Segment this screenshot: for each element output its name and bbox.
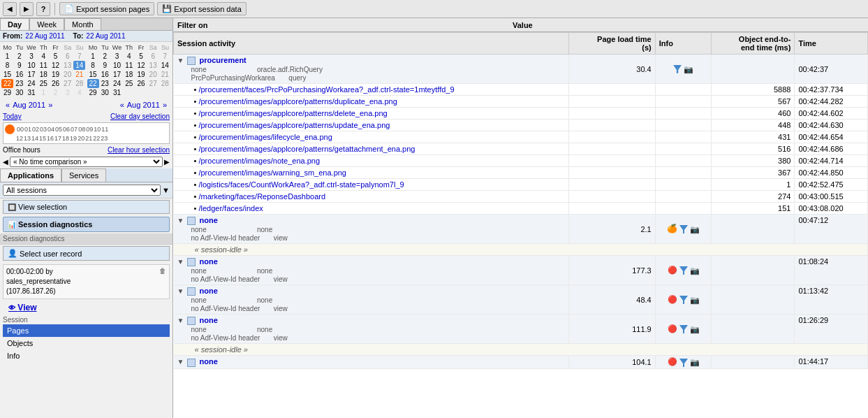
expand-button[interactable]: ▼	[177, 287, 184, 295]
hour-labels-2: 121314151617181920212223	[16, 135, 168, 142]
session-record-text: 00:00-02:00 by sales_representative (107…	[6, 267, 71, 296]
activity-cell: ▼ none none none no Adf-View-Id header v…	[174, 315, 569, 344]
tab-services[interactable]: Services	[61, 168, 106, 182]
sessions-row: All sessions ▼	[0, 182, 172, 199]
nav-back-button[interactable]: ◀	[3, 2, 17, 16]
view-link[interactable]: 👁 View	[4, 301, 41, 315]
camera-icon[interactable]: 📷	[690, 325, 700, 333]
camera-icon[interactable]: 📷	[690, 296, 700, 304]
info-cell: 🔴 📷	[655, 256, 712, 285]
expand-button[interactable]: ▼	[177, 258, 184, 266]
page-load-cell: 48.4	[569, 285, 655, 315]
export-data-label: Export session data	[174, 5, 242, 13]
view-selection-button[interactable]: 🔲 View selection	[3, 200, 170, 214]
cal-right-prev[interactable]: «	[120, 101, 124, 109]
th-session-activity: Session activity	[174, 33, 569, 55]
time-compare-select[interactable]: « No time comparison »	[10, 157, 163, 167]
activity-cell: • /procurement/images/applcore/patterns/…	[174, 108, 569, 120]
hour-labels: 000102030405060708091011	[5, 124, 168, 134]
delete-icon[interactable]: 🗑	[159, 267, 166, 275]
tab-month[interactable]: Month	[64, 18, 101, 30]
page-icon	[187, 57, 196, 65]
session-item-pages[interactable]: Pages	[3, 324, 170, 337]
activity-link[interactable]: none	[200, 287, 218, 295]
cal-right-next[interactable]: »	[163, 101, 167, 109]
table-row: ▼ none 104.1 🔴 📷 01:44:17	[174, 356, 868, 369]
session-user: sales_representative	[6, 278, 71, 285]
clear-hour-selection[interactable]: Clear hour selection	[108, 146, 170, 154]
tab-day[interactable]: Day	[0, 18, 29, 30]
table-row: • /ledger/faces/index 151 00:43:08.020	[174, 203, 868, 215]
activity-cell: • /logistics/faces/CountWorkArea?_adf.ct…	[174, 179, 569, 191]
activity-cell: • /procurement/images/applcore/patterns/…	[174, 143, 569, 155]
page-load-cell: 30.4	[569, 55, 655, 84]
th-page-load: Page load time(s)	[569, 33, 655, 55]
cal-left-prev[interactable]: «	[6, 101, 10, 109]
activity-link[interactable]: none	[200, 316, 218, 324]
expand-button[interactable]: ▼	[177, 358, 184, 366]
expand-button[interactable]: ▼	[177, 57, 184, 64]
camera-icon[interactable]: 📷	[690, 225, 700, 233]
session-idle-row: « session-idle »	[174, 344, 868, 356]
filter-icon[interactable]	[679, 266, 688, 275]
cal-left-next[interactable]: »	[48, 101, 52, 109]
select-user-label: Select user record	[20, 250, 82, 258]
expand-button[interactable]: ▼	[177, 317, 184, 324]
orange-icon: 🔴	[668, 266, 677, 274]
clear-day-selection[interactable]: Clear day selection	[110, 113, 170, 120]
activity-link[interactable]: procurement	[200, 56, 247, 64]
table-row: • /procurement/images/note_ena.png 380 0…	[174, 155, 868, 167]
svg-marker-2	[679, 296, 688, 304]
tab-week[interactable]: Week	[29, 18, 64, 30]
page-icon	[187, 359, 196, 367]
export-pages-button[interactable]: 📄 Export session pages	[59, 2, 154, 15]
session-item-info[interactable]: Info	[3, 349, 170, 362]
time-compare-row: ◀ « No time comparison » ▶	[0, 155, 172, 168]
camera-icon[interactable]: 📷	[690, 358, 700, 366]
activity-link[interactable]: none	[200, 357, 218, 366]
view-icon: 👁	[8, 304, 15, 312]
select-user-record-button[interactable]: 👤 Select user record	[3, 246, 170, 261]
table-row: ▼ none none none no Adf-View-Id header v…	[174, 256, 868, 285]
filter-icon[interactable]	[679, 225, 688, 233]
session-idle-cell: « session-idle »	[174, 244, 868, 256]
filter-icon[interactable]	[679, 296, 688, 304]
activity-link[interactable]: /procurement/faces/PrcPoPurchasingWorkar…	[198, 85, 454, 94]
help-button[interactable]: ?	[36, 2, 50, 16]
main-container: Day Week Month From: 22 Aug 2011 To: 22 …	[0, 18, 868, 418]
filter-icon[interactable]	[679, 325, 688, 333]
sub-info-2: no Adf-View-Id header view	[177, 275, 288, 283]
table-row: • /procurement/faces/PrcPoPurchasingWork…	[174, 84, 868, 96]
activity-cell: • /procurement/faces/PrcPoPurchasingWork…	[174, 84, 569, 96]
page-icon	[187, 258, 196, 266]
camera-icon[interactable]: 📷	[684, 64, 693, 73]
filter-on-header: Filter on	[173, 20, 508, 31]
camera-icon[interactable]: 📷	[690, 266, 700, 275]
filter-icon[interactable]	[679, 359, 688, 367]
activity-cell: • /procurement/images/lifecycle_ena.png	[174, 131, 569, 143]
nav-fwd-button[interactable]: ▶	[20, 2, 34, 16]
obj-time-cell	[712, 215, 795, 244]
session-diag-icon: 📊	[8, 221, 16, 229]
cal-left-nav[interactable]: « Aug 2011 »	[3, 99, 55, 110]
tab-applications[interactable]: Applications	[0, 168, 61, 182]
export-pages-label: Export session pages	[76, 5, 149, 13]
filter-icon[interactable]	[673, 65, 682, 73]
to-label: To:	[73, 32, 84, 40]
activity-link[interactable]: none	[200, 216, 218, 224]
activity-link[interactable]: none	[200, 257, 218, 266]
session-item-objects[interactable]: Objects	[3, 337, 170, 349]
export-data-button[interactable]: 💾 Export session data	[157, 2, 247, 15]
calendar-tabs: Day Week Month	[0, 18, 172, 31]
table-row: ▼ procurement none oracle.adf.RichQuery …	[174, 55, 868, 84]
sessions-select[interactable]: All sessions	[3, 185, 161, 196]
info-cell: 🍊 📷	[655, 215, 712, 244]
info-cell: 📷	[655, 55, 712, 84]
session-diagnostics-button[interactable]: 📊 Session diagnostics	[3, 217, 170, 232]
export-pages-icon: 📄	[64, 4, 74, 13]
today-link[interactable]: Today	[3, 113, 22, 120]
expand-button[interactable]: ▼	[177, 217, 184, 224]
export-data-icon: 💾	[162, 4, 172, 13]
table-row: • /procurement/images/applcore/patterns/…	[174, 120, 868, 131]
cal-right-nav[interactable]: « Aug 2011 »	[117, 99, 170, 110]
